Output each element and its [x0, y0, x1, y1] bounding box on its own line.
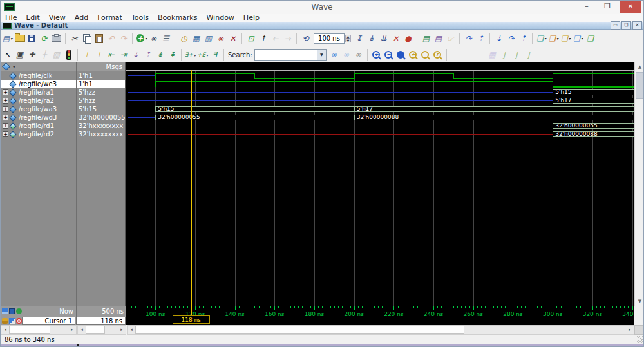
search-input[interactable] — [254, 49, 317, 61]
layout-button-3[interactable]: ❏▾ — [560, 32, 572, 45]
zoom-between-cursors-button[interactable] — [419, 48, 431, 61]
resize-grip[interactable] — [637, 336, 644, 343]
zoom-full-button[interactable] — [395, 48, 407, 61]
step-over-current-button[interactable]: ↷ — [505, 32, 517, 45]
next-rising-edge-button[interactable]: ⇡ — [142, 48, 154, 61]
memory-list-button[interactable]: ▥ — [202, 32, 214, 45]
continue-run-button[interactable]: ⇟ — [365, 32, 377, 45]
wave-scroll-track[interactable] — [135, 326, 626, 334]
layout-button-5[interactable]: ❏ — [584, 32, 596, 45]
timeline-ruler[interactable]: 100 ns120 ns140 ns160 ns180 ns200 ns220 … — [126, 306, 634, 325]
msgs-header[interactable]: Msgs — [77, 62, 125, 71]
previous-rising-edge-button[interactable]: ⇞ — [166, 48, 178, 61]
cursor-name-cell[interactable]: Cursor 1 — [22, 317, 75, 325]
chevron-down-icon[interactable]: ▾ — [13, 64, 15, 70]
spin-down-icon[interactable]: ▼ — [345, 39, 351, 42]
search-options-button[interactable]: ∞ — [352, 48, 365, 61]
pane-close-button[interactable]: ✕ — [632, 21, 642, 30]
names-scrollbar[interactable]: ◂ ▸ — [1, 325, 77, 335]
stop-button[interactable]: ● — [402, 32, 414, 45]
expand-plus-icon[interactable]: + — [3, 123, 8, 129]
previous-falling-edge-button[interactable]: ⇟ — [154, 48, 166, 61]
scroll-left-arrow-icon[interactable]: ◂ — [1, 326, 9, 334]
any-edge-glyph-button[interactable]: ʃ — [523, 48, 535, 61]
dropdown-arrow-icon[interactable]: ▾ — [145, 36, 147, 41]
print-button[interactable] — [50, 32, 62, 45]
search-down-button[interactable]: ∞ — [328, 48, 340, 61]
dropdown-arrow-icon[interactable]: ▾ — [10, 36, 12, 41]
signal-row[interactable]: +/regfile/ra2 — [1, 97, 76, 105]
expanded-time-off-button[interactable]: Ǝ — [209, 48, 221, 61]
reload-button[interactable]: ⟳ — [38, 32, 50, 45]
show-cursor-bar-button[interactable] — [450, 48, 462, 61]
scroll-up-arrow-icon[interactable]: ▲ — [636, 62, 644, 71]
scroll-down-arrow-icon[interactable]: ▼ — [636, 297, 644, 306]
expand-plus-icon[interactable]: + — [3, 106, 8, 112]
dropdown-arrow-icon[interactable]: ▾ — [206, 53, 208, 57]
vertical-scroll-thumb[interactable] — [636, 72, 644, 99]
next-falling-edge-button[interactable]: ⇣ — [129, 48, 142, 61]
wave-vertical-scrollbar[interactable]: ▲ ▼ — [634, 62, 644, 306]
cursor-value-row[interactable]: 118 ns — [77, 316, 126, 326]
clear-log-button[interactable]: ✕ — [227, 32, 239, 45]
cut-button[interactable]: ✂ — [68, 32, 80, 45]
expand-plus-icon[interactable]: + — [3, 89, 8, 95]
menu-edit[interactable]: Edit — [21, 14, 44, 22]
values-scroll-thumb[interactable] — [86, 326, 105, 334]
step-out-current-button[interactable]: ⇡ — [517, 32, 529, 45]
layout-button-2[interactable]: ❏▾ — [547, 32, 560, 45]
wave-scroll-thumb[interactable] — [135, 326, 464, 334]
cursor-time-badge[interactable]: 118 ns — [173, 315, 210, 324]
dropdown-arrow-icon[interactable]: ▾ — [569, 36, 571, 41]
menu-file[interactable]: File — [1, 14, 21, 22]
restart-button[interactable]: ⟲ — [299, 32, 312, 45]
run-all-button[interactable]: ⇊ — [377, 32, 390, 45]
zoom-in-on-active-cursor-button[interactable]: + — [407, 48, 419, 61]
run-length-input[interactable] — [314, 33, 345, 44]
menu-add[interactable]: Add — [70, 14, 93, 22]
layout-button-1[interactable]: ❏▾ — [535, 32, 547, 45]
scroll-right-arrow-icon[interactable]: ▸ — [68, 326, 76, 334]
menu-format[interactable]: Format — [93, 14, 127, 22]
open-folder-button[interactable] — [14, 32, 26, 45]
zoom-in-button[interactable]: + — [370, 48, 383, 61]
cursor-value-cell[interactable]: 118 ns — [77, 317, 126, 325]
menu-window[interactable]: Window — [202, 14, 238, 22]
signal-row[interactable]: +/regfile/wa3 — [1, 105, 76, 113]
expand-plus-icon[interactable]: + — [3, 131, 8, 137]
step-over-button[interactable]: ↷ — [462, 32, 475, 45]
zoom-out-button[interactable]: − — [383, 48, 395, 61]
up-hierarchy-button[interactable]: ↑ — [257, 32, 269, 45]
signal-row[interactable]: +/regfile/rd2 — [1, 130, 76, 138]
memory-profile-button[interactable]: ▤ — [432, 32, 444, 45]
break-button[interactable]: ✕ — [390, 32, 402, 45]
lock-icon[interactable] — [2, 318, 8, 324]
signal-row[interactable]: +/regfile/wd3 — [1, 113, 76, 122]
expanded-time-deltas-button[interactable]: Ǝ+▾ — [184, 48, 196, 61]
previous-transition-button[interactable]: ⇤ — [105, 48, 117, 61]
add-cursor-button[interactable]: ⊥ — [80, 48, 93, 61]
falling-edge-glyph-button[interactable]: ʃ — [511, 48, 523, 61]
menu-view[interactable]: View — [44, 14, 70, 22]
minimize-button[interactable]: – — [578, 1, 596, 13]
values-scrollbar[interactable]: ◂ ▸ — [77, 325, 126, 335]
pane-undock-button[interactable]: ❏ — [621, 21, 631, 30]
menu-help[interactable]: Help — [239, 14, 264, 22]
menu-bookmarks[interactable]: Bookmarks — [153, 14, 202, 22]
waveform-canvas[interactable]: 5'h155'h175'h155'h1732'h0000005532'h0000… — [126, 62, 634, 306]
profile-button[interactable]: ∞ — [214, 32, 227, 45]
signal-row[interactable]: +/regfile/ra1 — [1, 88, 76, 97]
scroll-right-arrow-icon[interactable]: ▸ — [626, 326, 634, 334]
wave-cursor[interactable] — [191, 70, 192, 306]
add-wave-button[interactable]: +▾ — [135, 32, 147, 45]
stop-drawing-button[interactable] — [62, 48, 75, 61]
find-button[interactable]: ∞ — [147, 32, 160, 45]
run-length-spinner[interactable]: ▲▼ — [345, 35, 351, 42]
dropdown-arrow-icon[interactable]: ▾ — [581, 36, 583, 41]
scroll-left-arrow-icon[interactable]: ◂ — [78, 326, 86, 334]
remove-icon[interactable] — [16, 318, 22, 324]
cursor-row[interactable]: Cursor 1 — [1, 316, 76, 326]
edit-icon[interactable] — [9, 318, 15, 324]
names-scroll-track[interactable] — [9, 326, 68, 334]
dropdown-arrow-icon[interactable]: ▾ — [556, 36, 558, 41]
